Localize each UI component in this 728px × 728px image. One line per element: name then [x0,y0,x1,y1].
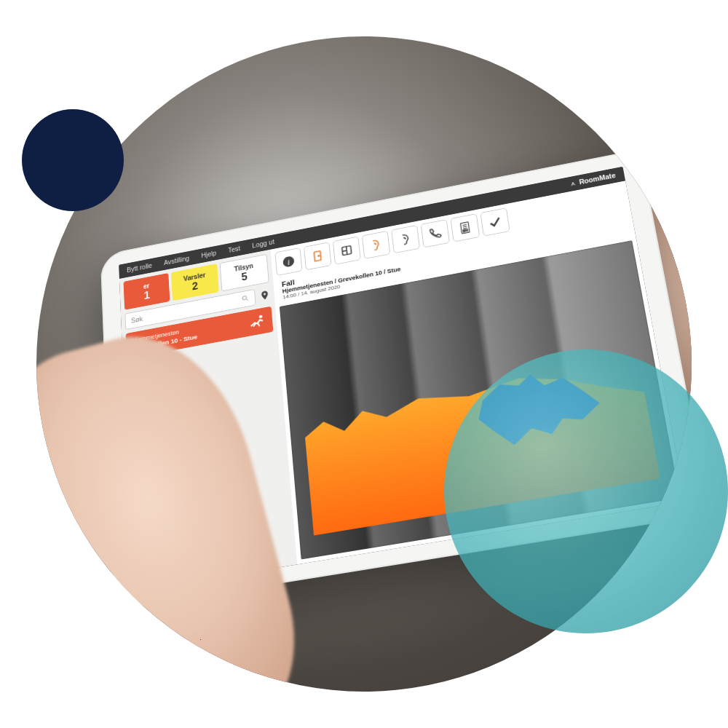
door-button[interactable] [304,242,331,270]
menu-test[interactable]: Test [228,245,240,253]
tab-count: 2 [191,281,198,292]
phone-button[interactable] [421,219,450,248]
tab-count: 5 [241,272,248,282]
info-button[interactable]: i [274,248,302,276]
svg-point-3 [259,315,263,319]
location-pin-icon[interactable] [259,289,271,301]
check-button[interactable] [480,207,510,237]
svg-point-7 [318,256,320,257]
fall-person-icon [248,313,266,331]
svg-point-0 [242,296,247,300]
menu-hjelp[interactable]: Hjelp [201,250,216,259]
tab-label: er [143,282,150,290]
menu-logg-ut[interactable]: Logg ut [252,238,274,249]
menu-avstilling[interactable]: Avstilling [164,255,190,266]
tab-tilsyn[interactable]: Tilsyn 5 [219,254,269,292]
tab-count: 1 [143,290,150,301]
svg-line-10 [463,224,467,225]
menu-bytt-rolle[interactable]: Bytt rolle [127,262,152,274]
decorative-navy-circle [22,109,124,211]
tab-varsler[interactable]: Varsler 2 [171,264,218,301]
svg-line-1 [246,298,248,301]
search-icon [241,294,250,304]
svg-line-11 [463,226,467,227]
decorative-teal-circle [444,349,728,633]
ear-button[interactable] [362,231,390,259]
document-epj-button[interactable]: EPJ [450,213,480,242]
ear-outline-button[interactable] [391,225,420,253]
svg-line-12 [463,228,467,229]
floorplan-button[interactable] [333,237,361,265]
tab-alerts-critical[interactable]: er 1 [123,273,170,310]
search-placeholder: Søk [131,315,143,324]
